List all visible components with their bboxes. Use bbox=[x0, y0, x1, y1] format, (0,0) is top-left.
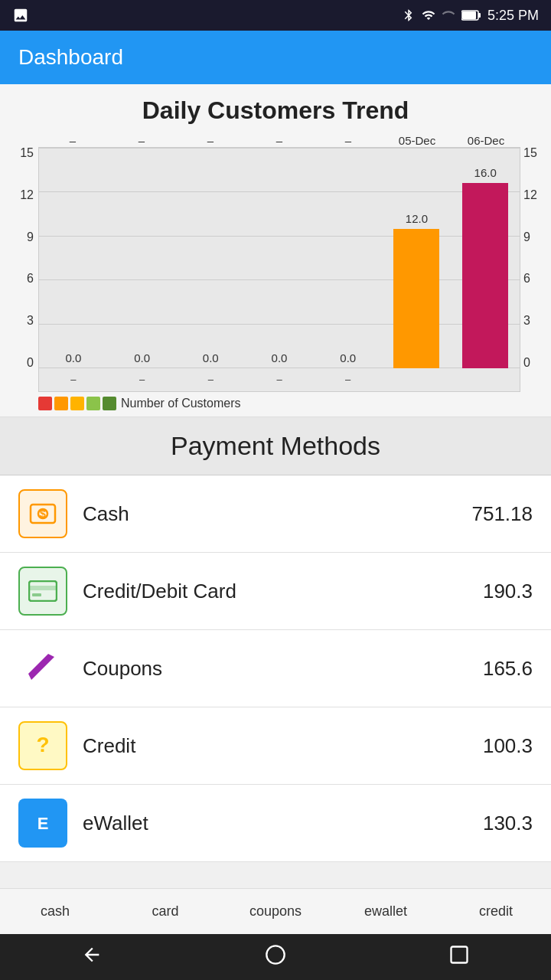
y-label-r6: 6 bbox=[523, 273, 530, 285]
svg-rect-13 bbox=[452, 947, 468, 963]
top-label-5: – bbox=[314, 134, 383, 147]
y-label-15: 15 bbox=[20, 147, 34, 159]
payment-methods-list: $ Cash 751.18 Credit/Debit Card 190.3 Co… bbox=[0, 475, 551, 862]
chart-section: Daily Customers Trend – – – – – 05-Dec 0… bbox=[0, 84, 551, 417]
app-bar: Dashboard bbox=[0, 31, 551, 84]
bar-value-6: 12.0 bbox=[406, 212, 428, 225]
top-label-1: – bbox=[38, 134, 107, 147]
payment-methods-title: Payment Methods bbox=[18, 431, 533, 461]
legend-dot-4 bbox=[86, 397, 100, 410]
wifi-icon bbox=[422, 8, 435, 22]
svg-point-9 bbox=[34, 659, 38, 664]
y-label-12: 12 bbox=[20, 189, 34, 201]
x-label-4: – bbox=[245, 368, 314, 391]
bar-value-5: 0.0 bbox=[340, 351, 356, 364]
top-label-4: – bbox=[245, 134, 314, 147]
x-label-6 bbox=[383, 368, 452, 391]
top-label-6: 05-Dec bbox=[383, 134, 452, 147]
bar-value-1: 0.0 bbox=[65, 351, 81, 364]
chart-top-labels: – – – – – 05-Dec 06-Dec bbox=[38, 134, 520, 147]
y-label-r12: 12 bbox=[523, 189, 537, 201]
battery-icon bbox=[461, 9, 481, 21]
svg-rect-7 bbox=[29, 586, 57, 590]
top-label-3: – bbox=[176, 134, 245, 147]
bar-group-6: 12.0 bbox=[383, 148, 452, 368]
top-label-7: 06-Dec bbox=[452, 134, 520, 147]
y-label-r15: 15 bbox=[523, 147, 537, 159]
tab-coupons[interactable]: coupons bbox=[220, 889, 331, 934]
payment-methods-header: Payment Methods bbox=[0, 417, 551, 475]
bottom-tab-bar: cash card coupons ewallet credit bbox=[0, 888, 551, 934]
tab-ewallet[interactable]: ewallet bbox=[331, 889, 441, 934]
y-label-r9: 9 bbox=[523, 231, 530, 243]
home-button[interactable] bbox=[265, 944, 286, 970]
y-axis-left: 0 3 6 9 12 15 bbox=[8, 147, 38, 392]
y-axis-right: 0 3 6 9 12 15 bbox=[520, 147, 543, 392]
bars-wrapper: 0.0 0.0 0.0 bbox=[39, 148, 520, 368]
x-label-1: – bbox=[39, 368, 108, 391]
status-bar-right: 5:25 PM bbox=[402, 8, 539, 24]
top-label-2: – bbox=[107, 134, 176, 147]
legend-dot-1 bbox=[38, 397, 52, 410]
x-label-5: – bbox=[314, 368, 383, 391]
bar-value-2: 0.0 bbox=[134, 351, 150, 364]
cash-amount: 751.18 bbox=[471, 502, 533, 526]
x-axis-labels: – – – – – bbox=[39, 368, 520, 391]
x-label-2: – bbox=[108, 368, 177, 391]
chart-container: – – – – – 05-Dec 06-Dec 0 3 6 9 12 15 bbox=[8, 134, 543, 410]
legend-dot-5 bbox=[103, 397, 116, 410]
bar-group-7: 16.0 bbox=[451, 148, 520, 368]
payment-item-coupons[interactable]: Coupons 165.6 bbox=[0, 630, 551, 707]
cash-name: Cash bbox=[83, 502, 471, 526]
payment-item-card[interactable]: Credit/Debit Card 190.3 bbox=[0, 553, 551, 630]
bar-value-3: 0.0 bbox=[203, 351, 219, 364]
svg-text:$: $ bbox=[40, 508, 46, 520]
svg-text:E: E bbox=[37, 814, 49, 833]
tab-card[interactable]: card bbox=[110, 889, 220, 934]
legend-dot-2 bbox=[54, 397, 68, 410]
tab-cash[interactable]: cash bbox=[0, 889, 110, 934]
y-label-r3: 3 bbox=[523, 315, 530, 327]
payment-item-ewallet[interactable]: E eWallet 130.3 bbox=[0, 785, 551, 862]
ewallet-icon: E bbox=[18, 799, 67, 848]
bar-6: 12.0 bbox=[393, 229, 439, 368]
svg-text:?: ? bbox=[36, 733, 49, 756]
legend-colors bbox=[38, 397, 116, 410]
app-bar-title: Dashboard bbox=[18, 45, 123, 70]
legend-label: Number of Customers bbox=[121, 397, 241, 410]
payment-item-cash[interactable]: $ Cash 751.18 bbox=[0, 475, 551, 553]
payment-item-credit[interactable]: ? Credit 100.3 bbox=[0, 707, 551, 785]
svg-rect-8 bbox=[32, 593, 41, 596]
x-label-7 bbox=[451, 368, 520, 391]
tab-credit[interactable]: credit bbox=[441, 889, 551, 934]
svg-rect-6 bbox=[29, 581, 57, 601]
cash-icon: $ bbox=[18, 489, 67, 538]
bar-group-3: 0.0 bbox=[176, 148, 245, 368]
y-label-9: 9 bbox=[27, 231, 34, 243]
y-label-6: 6 bbox=[27, 273, 34, 285]
recents-button[interactable] bbox=[448, 944, 470, 970]
coupons-icon bbox=[18, 644, 67, 693]
x-label-3: – bbox=[176, 368, 245, 391]
bar-group-5: 0.0 bbox=[314, 148, 383, 368]
card-icon bbox=[18, 567, 67, 616]
y-label-0: 0 bbox=[27, 357, 34, 369]
card-name: Credit/Debit Card bbox=[83, 580, 483, 603]
coupons-name: Coupons bbox=[83, 657, 483, 681]
status-bar-left bbox=[12, 7, 29, 24]
bar-group-4: 0.0 bbox=[245, 148, 314, 368]
coupons-amount: 165.6 bbox=[483, 657, 533, 681]
signal-icon bbox=[442, 8, 455, 22]
bar-7: 16.0 bbox=[462, 183, 508, 368]
back-button[interactable] bbox=[81, 944, 103, 970]
chart-legend: Number of Customers bbox=[38, 397, 543, 410]
nav-bar bbox=[0, 934, 551, 980]
bluetooth-icon bbox=[402, 8, 416, 22]
credit-name: Credit bbox=[83, 734, 483, 758]
chart-title: Daily Customers Trend bbox=[0, 96, 551, 125]
bar-group-1: 0.0 bbox=[39, 148, 108, 368]
legend-dot-3 bbox=[70, 397, 84, 410]
chart-body: 0 3 6 9 12 15 bbox=[8, 147, 543, 392]
ewallet-name: eWallet bbox=[83, 812, 483, 835]
svg-rect-2 bbox=[478, 13, 481, 18]
